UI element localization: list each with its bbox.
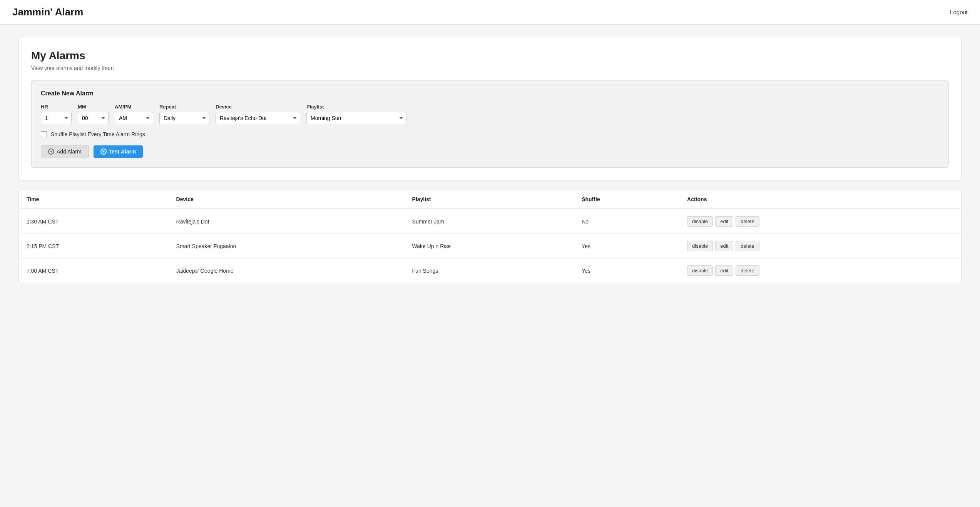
cell-playlist: Wake Up n Rise <box>405 234 574 259</box>
page-title: My Alarms <box>31 50 949 62</box>
hr-label: HR <box>41 104 72 110</box>
playlist-group: Playlist Morning Sun Summer Jam Wake Up … <box>306 104 406 124</box>
my-alarms-card: My Alarms View your alarms and modify th… <box>18 37 962 180</box>
ampm-label: AM/PM <box>115 104 153 110</box>
table-row: 2:15 PM CSTSmart Speaker FugaalooWake Up… <box>19 234 961 259</box>
cell-playlist: Summer Jam <box>405 209 574 234</box>
table-row: 1:30 AM CSTRaviteja's DotSummer JamNodis… <box>19 209 961 234</box>
playlist-select[interactable]: Morning Sun Summer Jam Wake Up n Rise Fu… <box>306 112 406 124</box>
create-alarm-section: Create New Alarm HR 1 2 3 4 5 6 7 8 9 <box>31 80 949 168</box>
col-actions: Actions <box>679 190 961 209</box>
cell-shuffle: Yes <box>574 259 679 283</box>
disable-button[interactable]: disable <box>687 241 713 251</box>
cell-playlist: Fun Songs <box>405 259 574 283</box>
col-time: Time <box>19 190 169 209</box>
alarms-table-card: Time Device Playlist Shuffle Actions 1:3… <box>18 190 962 283</box>
delete-button[interactable]: delete <box>736 216 759 227</box>
delete-button[interactable]: delete <box>736 241 759 251</box>
edit-button[interactable]: edit <box>715 216 733 227</box>
app-title: Jammin' Alarm <box>12 6 83 18</box>
ampm-group: AM/PM AM PM <box>115 104 153 124</box>
table-header: Time Device Playlist Shuffle Actions <box>19 190 961 209</box>
cell-device: Smart Speaker Fugaaloo <box>169 234 405 259</box>
add-alarm-button[interactable]: + Add Alarm <box>41 145 89 158</box>
table-row: 7:00 AM CSTJaideeps' Google HomeFun Song… <box>19 259 961 283</box>
shuffle-label: Shuffle Playlist Every Time Alarm Rings <box>51 131 145 137</box>
cell-actions: disableeditdelete <box>679 209 961 234</box>
logout-button[interactable]: Logout <box>950 9 968 15</box>
test-alarm-circle-icon: + <box>100 148 107 155</box>
alarms-tbody: 1:30 AM CSTRaviteja's DotSummer JamNodis… <box>19 209 961 283</box>
shuffle-checkbox[interactable] <box>41 131 47 137</box>
header: Jammin' Alarm Logout <box>0 0 980 25</box>
cell-shuffle: Yes <box>574 234 679 259</box>
delete-button[interactable]: delete <box>736 265 759 276</box>
cell-time: 2:15 PM CST <box>19 234 169 259</box>
col-playlist: Playlist <box>405 190 574 209</box>
edit-button[interactable]: edit <box>715 241 733 251</box>
alarm-actions-row: + Add Alarm + Test Alarm <box>41 145 939 158</box>
mm-label: MM <box>78 104 109 110</box>
device-label: Device <box>216 104 300 110</box>
test-alarm-button[interactable]: + Test Alarm <box>94 145 143 158</box>
device-select[interactable]: Raviteja's Echo Dot Smart Speaker Fugaal… <box>216 112 300 124</box>
edit-button[interactable]: edit <box>715 265 733 276</box>
hr-group: HR 1 2 3 4 5 6 7 8 9 10 11 12 <box>41 104 72 124</box>
cell-device: Raviteja's Dot <box>169 209 405 234</box>
alarms-table: Time Device Playlist Shuffle Actions 1:3… <box>19 190 961 283</box>
mm-select[interactable]: 00 15 30 45 <box>78 112 109 124</box>
device-group: Device Raviteja's Echo Dot Smart Speaker… <box>216 104 300 124</box>
disable-button[interactable]: disable <box>687 216 713 227</box>
repeat-label: Repeat <box>159 104 209 110</box>
add-alarm-circle-icon: + <box>48 148 54 155</box>
cell-time: 1:30 AM CST <box>19 209 169 234</box>
repeat-select[interactable]: Daily Weekdays Weekends Once <box>159 112 209 124</box>
cell-shuffle: No <box>574 209 679 234</box>
shuffle-row: Shuffle Playlist Every Time Alarm Rings <box>41 131 939 137</box>
cell-device: Jaideeps' Google Home <box>169 259 405 283</box>
main-content: My Alarms View your alarms and modify th… <box>0 25 980 295</box>
playlist-label: Playlist <box>306 104 406 110</box>
create-alarm-title: Create New Alarm <box>41 90 939 97</box>
col-shuffle: Shuffle <box>574 190 679 209</box>
page-subtitle: View your alarms and modify them <box>31 65 949 71</box>
cell-actions: disableeditdelete <box>679 259 961 283</box>
cell-actions: disableeditdelete <box>679 234 961 259</box>
time-fields-row: HR 1 2 3 4 5 6 7 8 9 10 11 12 <box>41 104 939 124</box>
mm-group: MM 00 15 30 45 <box>78 104 109 124</box>
disable-button[interactable]: disable <box>687 265 713 276</box>
cell-time: 7:00 AM CST <box>19 259 169 283</box>
ampm-select[interactable]: AM PM <box>115 112 153 124</box>
hr-select[interactable]: 1 2 3 4 5 6 7 8 9 10 11 12 <box>41 112 72 124</box>
repeat-group: Repeat Daily Weekdays Weekends Once <box>159 104 209 124</box>
col-device: Device <box>169 190 405 209</box>
